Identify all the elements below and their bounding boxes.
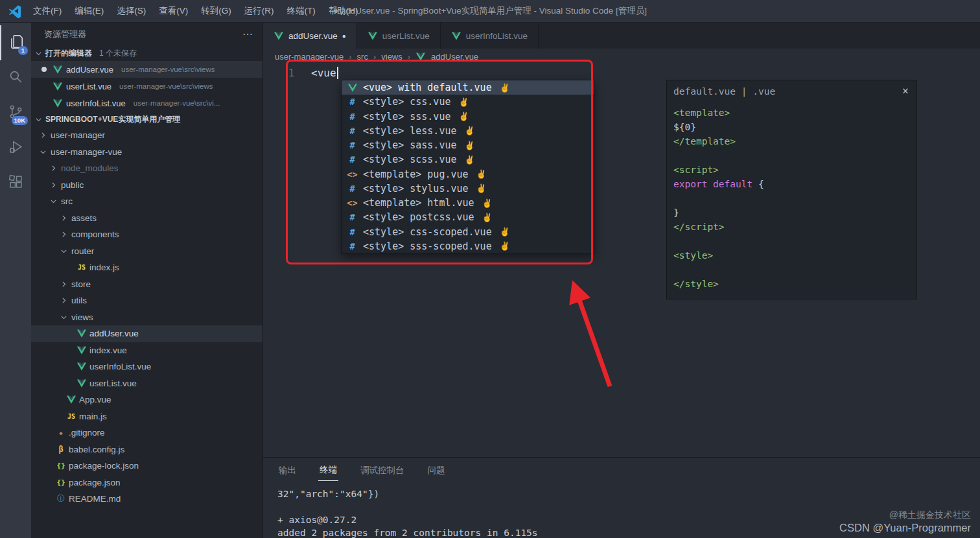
tree-item-label: userInfoList.vue [89, 362, 151, 371]
tree-item-label: addUser.vue [89, 329, 139, 338]
editor-tab-bar: addUser.vue●userList.vueuserInfoList.vue [263, 23, 980, 49]
tree-item-user-manager-vue[interactable]: user-manager-vue [31, 144, 262, 161]
panel-tab-item[interactable]: 问题 [426, 465, 447, 481]
activity-badge: 10K [12, 116, 28, 126]
tree-item-userinfolist-vue[interactable]: userInfoList.vue [31, 358, 262, 375]
panel-tab-active[interactable]: 终端 [318, 464, 338, 481]
tree-item--gitignore[interactable]: ◆.gitignore [31, 425, 262, 441]
open-editor-item[interactable]: userList.vueuser-manager-vue\src\views [31, 78, 262, 95]
tree-item-readme-md[interactable]: ⓘREADME.md [31, 491, 262, 508]
sidebar-header: 资源管理器 ⋯ [31, 23, 262, 45]
doc-code-line: </template> [673, 134, 916, 148]
editor-tab[interactable]: addUser.vue● [263, 23, 357, 49]
suggest-label: <style> less.vue [363, 125, 457, 137]
tree-item-views[interactable]: views [31, 309, 262, 326]
tab-label: userList.vue [382, 31, 430, 41]
suggest-label: <style> sss-scoped.vue [363, 240, 492, 252]
menubar-item[interactable]: 编辑(E) [69, 3, 110, 19]
tree-item-label: assets [71, 213, 97, 223]
editor-tab[interactable]: userInfoList.vue [441, 23, 539, 49]
tree-item-label: views [71, 312, 93, 322]
source-control-activity-button[interactable]: 10K [0, 95, 31, 130]
menubar-item[interactable]: 选择(S) [111, 3, 152, 19]
editor-tab[interactable]: userList.vue [357, 23, 441, 49]
tree-item-label: main.js [79, 412, 107, 421]
suggest-item[interactable]: <><template> html.vue✌️ [342, 196, 594, 210]
tree-item-public[interactable]: public [31, 177, 262, 194]
extensions-activity-button[interactable] [0, 165, 31, 200]
run-debug-activity-button[interactable] [0, 130, 31, 165]
tree-item-router[interactable]: router [31, 243, 262, 260]
tree-item-index-js[interactable]: JSindex.js [31, 259, 262, 276]
suggest-item[interactable]: #<style> scss.vue✌️ [342, 152, 594, 167]
file-tree: user-manageruser-manager-vuenode_modules… [31, 127, 262, 538]
tree-item-adduser-vue[interactable]: addUser.vue [31, 325, 262, 342]
template-suggest-icon: <> [347, 198, 358, 208]
suggest-label: <template> pug.vue [363, 169, 469, 180]
tree-item-babel-config-js[interactable]: βbabel.config.js [31, 441, 262, 458]
breadcrumb-item[interactable]: views [381, 52, 402, 62]
modified-dot[interactable]: ● [342, 32, 346, 40]
search-activity-button[interactable] [0, 60, 31, 95]
open-editors-section-header[interactable]: 打开的编辑器 1 个未保存 [31, 45, 262, 61]
style-suggest-icon: # [347, 227, 358, 237]
project-section-header[interactable]: SPRINGBOOT+VUE实现简单用户管理 [31, 111, 262, 127]
breadcrumb-item[interactable]: addUser.vue [431, 52, 478, 62]
tree-item-package-lock-json[interactable]: {}package-lock.json [31, 458, 262, 474]
chevron-right-icon [58, 213, 69, 223]
tree-item-userlist-vue[interactable]: userList.vue [31, 375, 262, 392]
suggest-item[interactable]: #<style> postcss.vue✌️ [342, 210, 594, 224]
chevron-right-icon [58, 296, 69, 306]
tree-item-label: router [71, 246, 94, 256]
menubar-item[interactable]: 查看(V) [153, 3, 194, 19]
suggest-widget: <vue> with default.vue✌️#<style> css.vue… [341, 80, 594, 254]
suggest-item[interactable]: #<style> sss-scoped.vue✌️ [342, 239, 594, 253]
suggest-label: <vue> with default.vue [363, 82, 492, 93]
suggest-item[interactable]: #<style> stylus.vue✌️ [342, 181, 594, 196]
more-actions-icon[interactable]: ⋯ [242, 28, 253, 40]
tree-item-store[interactable]: store [31, 276, 262, 293]
vscode-window: 文件(F)编辑(E)选择(S)查看(V)转到(G)运行(R)终端(T)帮助(H)… [0, 0, 980, 538]
menubar-item[interactable]: 转到(G) [195, 3, 237, 19]
panel-tab-item[interactable]: 调试控制台 [359, 465, 406, 481]
style-suggest-icon: # [347, 140, 358, 150]
open-editor-label: userList.vue [66, 82, 111, 91]
watermark-line-2: CSDN @Yuan-Programmer [839, 522, 971, 534]
open-editor-item[interactable]: userInfoList.vueuser-manager-vue\src\vi.… [31, 95, 262, 111]
tree-item-package-json[interactable]: {}package.json [31, 474, 262, 491]
chevron-down-icon [58, 312, 69, 322]
menubar-item[interactable]: 运行(R) [239, 3, 280, 19]
tree-item-label: index.js [89, 263, 119, 272]
tree-item-utils[interactable]: utils [31, 292, 262, 309]
tree-item-app-vue[interactable]: App.vue [31, 392, 262, 408]
suggest-item[interactable]: #<style> css-scoped.vue✌️ [342, 225, 594, 239]
tree-item-user-manager[interactable]: user-manager [31, 127, 262, 144]
breadcrumb-item[interactable]: user-manager-vue [275, 52, 344, 62]
menubar-item[interactable]: 终端(T) [281, 3, 321, 19]
tree-item-components[interactable]: components [31, 226, 262, 243]
vue-suggest-icon [347, 84, 358, 92]
suggest-item[interactable]: #<style> css.vue✌️ [342, 95, 594, 109]
explorer-activity-button[interactable]: 1 [0, 25, 31, 60]
victory-hand-emoji: ✌️ [465, 141, 475, 150]
tree-item-main-js[interactable]: JSmain.js [31, 408, 262, 425]
suggest-item[interactable]: #<style> sss.vue✌️ [342, 110, 594, 124]
tree-item-src[interactable]: src [31, 193, 262, 210]
vue-file-icon [52, 65, 63, 74]
suggest-item[interactable]: #<style> sass.vue✌️ [342, 138, 594, 152]
breadcrumb-item[interactable]: src [357, 52, 368, 62]
menubar-item[interactable]: 文件(F) [27, 3, 67, 19]
suggest-item[interactable]: #<style> less.vue✌️ [342, 124, 594, 138]
close-icon[interactable]: × [902, 86, 909, 97]
tree-item-label: package.json [69, 478, 121, 487]
panel-tab-item[interactable]: 输出 [277, 465, 298, 481]
tree-item-assets[interactable]: assets [31, 210, 262, 227]
victory-hand-emoji: ✌️ [458, 111, 469, 121]
open-editor-item[interactable]: addUser.vueuser-manager-vue\src\views [31, 61, 262, 78]
editor-content[interactable]: 1 <vue <vue> with default.vue✌️#<style> … [263, 65, 980, 457]
doc-title: default.vue | .vue [673, 86, 775, 97]
suggest-item[interactable]: <vue> with default.vue✌️ [342, 80, 594, 95]
tree-item-index-vue[interactable]: index.vue [31, 342, 262, 359]
suggest-item[interactable]: <><template> pug.vue✌️ [342, 167, 594, 181]
tree-item-node-modules[interactable]: node_modules [31, 160, 262, 177]
